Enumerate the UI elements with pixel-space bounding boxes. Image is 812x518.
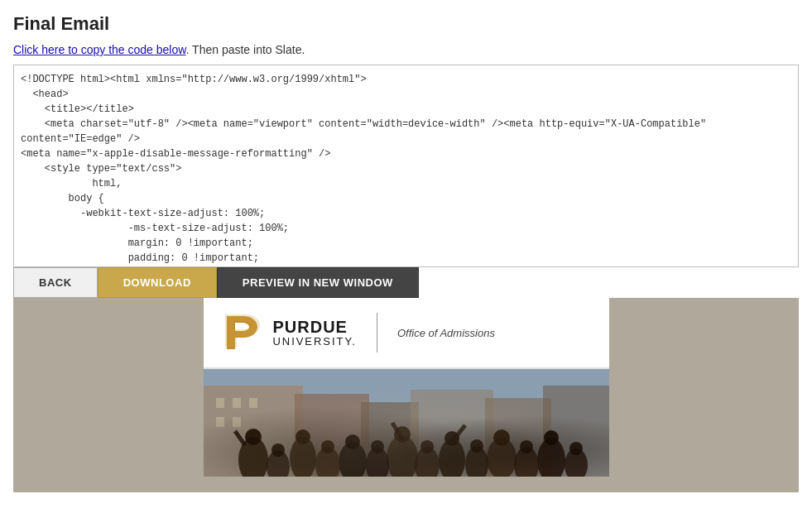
purdue-p-icon <box>220 311 263 354</box>
download-button[interactable]: DOWNLOAD <box>98 267 217 298</box>
toolbar: BACK DOWNLOAD PREVIEW IN NEW WINDOW <box>13 267 799 298</box>
page-title: Final Email <box>13 13 799 35</box>
purdue-divider <box>377 313 377 353</box>
preview-button[interactable]: PREVIEW IN NEW WINDOW <box>217 267 419 298</box>
preview-section: PURDUE UNIVERSITY. Office of Admissions <box>13 298 799 492</box>
purdue-name: PURDUE <box>273 318 357 336</box>
purdue-university-word: UNIVERSITY. <box>273 336 357 348</box>
page-container: Final Email Click here to copy the code … <box>0 0 812 492</box>
back-button[interactable]: BACK <box>13 267 98 298</box>
purdue-office: Office of Admissions <box>397 327 495 339</box>
copy-link-row: Click here to copy the code below. Then … <box>13 43 799 56</box>
purdue-logo: PURDUE UNIVERSITY. <box>220 311 357 354</box>
crowd-overlay <box>204 369 609 477</box>
code-textarea[interactable]: <!DOCTYPE html><html xmlns="http://www.w… <box>14 65 798 266</box>
preview-inner: PURDUE UNIVERSITY. Office of Admissions <box>204 298 609 477</box>
copy-link-suffix: . Then paste into Slate. <box>186 43 305 56</box>
purdue-header: PURDUE UNIVERSITY. Office of Admissions <box>204 298 609 369</box>
purdue-university-text: PURDUE UNIVERSITY. <box>273 318 357 348</box>
copy-code-link[interactable]: Click here to copy the code below <box>13 43 186 56</box>
code-area-wrapper: <!DOCTYPE html><html xmlns="http://www.w… <box>13 65 799 267</box>
preview-photo <box>204 369 609 477</box>
